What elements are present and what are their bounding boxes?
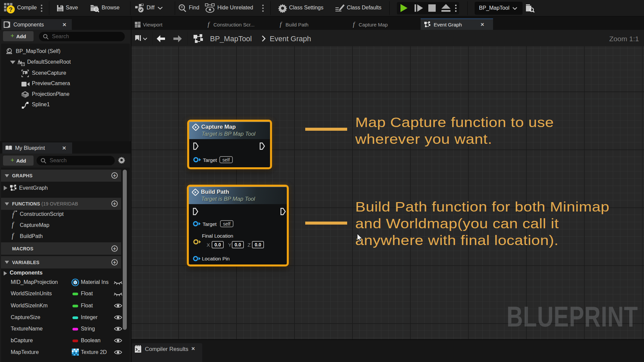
svg-text:?: ? xyxy=(9,6,13,13)
svg-text:f: f xyxy=(12,211,15,219)
svg-text:f: f xyxy=(12,232,14,240)
svg-text:f: f xyxy=(12,221,14,229)
